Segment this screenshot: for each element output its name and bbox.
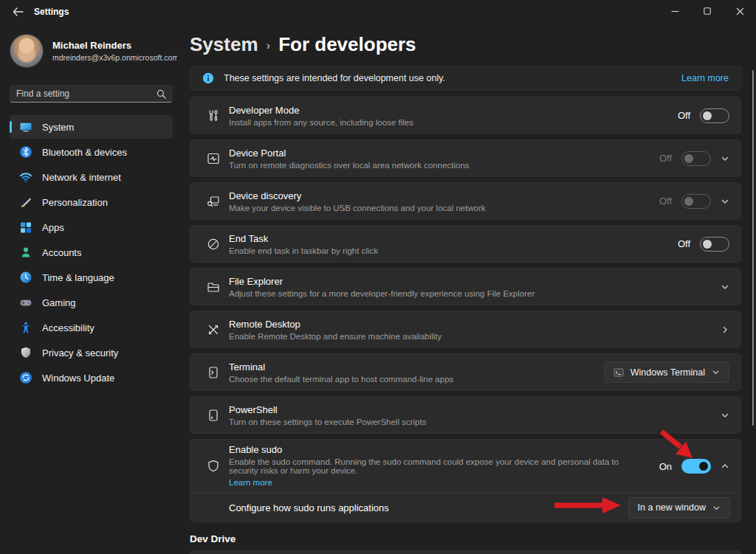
- main-content: System › For developers These settings a…: [190, 24, 741, 554]
- minimize-button[interactable]: [659, 0, 691, 22]
- banner-text: These settings are intended for developm…: [224, 73, 681, 83]
- device-discovery-toggle[interactable]: [681, 194, 711, 209]
- accounts-icon: [19, 246, 32, 259]
- sidebar-item-label: System: [42, 122, 74, 133]
- sidebar-item-label: Windows Update: [42, 373, 114, 384]
- breadcrumb: System › For developers: [190, 33, 741, 56]
- sidebar-item-label: Time & language: [42, 272, 114, 283]
- card-desc: Make your device visible to USB connecti…: [229, 204, 659, 212]
- chevron-down-icon[interactable]: [721, 283, 729, 291]
- sidebar-item-label: Gaming: [42, 297, 76, 308]
- scrollbar-thumb[interactable]: [752, 70, 754, 426]
- windows-update-icon: [19, 371, 32, 384]
- sidebar-item-label: Privacy & security: [42, 347, 118, 359]
- bluetooth-icon: [19, 145, 32, 159]
- back-arrow-icon: [13, 7, 24, 16]
- sidebar-item-accessibility[interactable]: Accessibility: [10, 316, 173, 339]
- accessibility-icon: [19, 321, 32, 334]
- terminal-dropdown-value: Windows Terminal: [630, 367, 705, 378]
- avatar: [10, 34, 44, 68]
- device-portal-icon: [197, 151, 229, 166]
- banner-learn-more-link[interactable]: Learn more: [681, 73, 729, 83]
- chevron-down-icon[interactable]: [721, 197, 729, 206]
- info-icon: [202, 72, 214, 84]
- titlebar: Settings: [0, 0, 756, 24]
- sidebar-item-label: Accounts: [42, 247, 81, 258]
- end-task-toggle[interactable]: [700, 237, 729, 252]
- sudo-learn-more-link[interactable]: Learn more: [229, 478, 272, 487]
- profile-email: mdreinders@x3v6p.onmicrosoft.com: [52, 53, 177, 62]
- card-desc: Enable the sudo command. Running the sud…: [229, 457, 647, 475]
- card-desc: Turn on these settings to execute PowerS…: [229, 418, 721, 426]
- sidebar-item-system[interactable]: System: [10, 115, 173, 139]
- enable-sudo-toggle[interactable]: [681, 459, 711, 474]
- sudo-shield-icon: [197, 459, 229, 474]
- card-desc: Choose the default terminal app to host …: [229, 375, 604, 384]
- sidebar-item-apps[interactable]: Apps: [10, 215, 173, 239]
- chevron-right-icon[interactable]: [721, 325, 729, 334]
- card-enable-sudo: Enable sudo Enable the sudo command. Run…: [190, 439, 741, 522]
- personalization-icon: [19, 195, 32, 209]
- card-desc: Turn on remote diagnostics over local ar…: [229, 161, 659, 170]
- info-banner: These settings are intended for developm…: [190, 66, 741, 91]
- card-developer-mode: Developer Mode Install apps from any sou…: [190, 97, 741, 134]
- card-desc: Enable Remote Desktop and ensure machine…: [229, 332, 721, 341]
- card-title: PowerShell: [229, 404, 721, 415]
- card-title: Terminal: [229, 361, 604, 373]
- profile-block[interactable]: Michael Reinders mdreinders@x3v6p.onmicr…: [0, 24, 185, 75]
- sidebar-item-time-language[interactable]: Time & language: [10, 266, 173, 289]
- card-title: Enable sudo: [229, 444, 659, 455]
- sidebar-item-network[interactable]: Network & internet: [10, 165, 173, 189]
- breadcrumb-parent[interactable]: System: [190, 33, 258, 56]
- back-button[interactable]: [3, 1, 32, 23]
- window-controls: [659, 0, 756, 22]
- settings-window: Settings Michael Reinders mdreinders@x3v…: [0, 0, 756, 554]
- sudo-run-mode-value: In a new window: [638, 502, 706, 513]
- developer-mode-toggle[interactable]: [700, 108, 729, 123]
- partial-card: [190, 550, 741, 554]
- search-input[interactable]: [10, 89, 157, 99]
- sudo-configure-label: Configure how sudo runs applications: [229, 502, 628, 513]
- chevron-up-icon[interactable]: [721, 462, 729, 471]
- terminal-icon: [197, 365, 229, 380]
- card-remote-desktop[interactable]: Remote Desktop Enable Remote Desktop and…: [190, 311, 741, 348]
- device-portal-toggle[interactable]: [681, 151, 711, 166]
- maximize-icon: [704, 7, 711, 15]
- chevron-down-icon: [712, 368, 720, 376]
- sidebar-item-bluetooth[interactable]: Bluetooth & devices: [10, 140, 173, 164]
- sidebar-item-label: Personalization: [42, 197, 108, 208]
- sidebar-item-privacy[interactable]: Privacy & security: [10, 341, 173, 364]
- sidebar-item-personalization[interactable]: Personalization: [10, 190, 173, 214]
- close-button[interactable]: [724, 0, 756, 22]
- sidebar-item-label: Network & internet: [42, 172, 121, 183]
- search-icon: [157, 89, 166, 99]
- end-task-icon: [197, 237, 229, 252]
- system-icon: [19, 120, 32, 134]
- sidebar-item-gaming[interactable]: Gaming: [10, 291, 173, 314]
- settings-cards: Developer Mode Install apps from any sou…: [190, 97, 741, 522]
- privacy-icon: [19, 346, 32, 359]
- search-box[interactable]: [10, 85, 173, 103]
- sidebar-item-accounts[interactable]: Accounts: [10, 240, 173, 264]
- card-file-explorer[interactable]: File Explorer Adjust these settings for …: [190, 268, 741, 305]
- terminal-dropdown[interactable]: Windows Terminal: [604, 361, 729, 383]
- chevron-down-icon[interactable]: [721, 411, 729, 420]
- developer-mode-icon: [197, 108, 229, 123]
- remote-desktop-icon: [197, 322, 229, 337]
- chevron-down-icon[interactable]: [721, 154, 729, 163]
- card-title: End Task: [229, 233, 678, 244]
- card-title: Developer Mode: [229, 105, 678, 116]
- toggle-state-label: On: [659, 461, 672, 472]
- card-title: Device discovery: [229, 190, 659, 201]
- card-powershell[interactable]: PowerShell Turn on these settings to exe…: [190, 396, 741, 434]
- breadcrumb-separator: ›: [267, 38, 271, 53]
- gaming-icon: [19, 296, 32, 309]
- sidebar-item-windows-update[interactable]: Windows Update: [10, 366, 173, 389]
- maximize-button[interactable]: [691, 0, 724, 22]
- sidebar-item-label: Apps: [42, 222, 64, 233]
- powershell-icon: [197, 408, 229, 423]
- card-terminal: Terminal Choose the default terminal app…: [190, 353, 741, 391]
- sidebar: Michael Reinders mdreinders@x3v6p.onmicr…: [0, 24, 185, 554]
- sudo-run-mode-dropdown[interactable]: In a new window: [628, 497, 730, 519]
- chevron-down-icon: [712, 504, 721, 512]
